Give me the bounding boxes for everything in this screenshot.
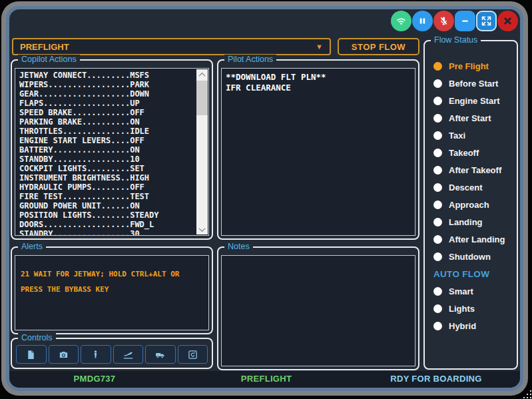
copilot-action-row[interactable]: DOORS..................FWD_L bbox=[19, 220, 195, 229]
copilot-action-row[interactable]: GROUND POWER UNIT......ON bbox=[19, 201, 195, 210]
phase-after-takeoff[interactable]: After Takeoff bbox=[433, 161, 514, 179]
radio-icon bbox=[433, 183, 442, 192]
aircraft-departure-icon bbox=[123, 349, 134, 360]
copilot-action-row[interactable]: THROTTLES..............IDLE bbox=[19, 127, 195, 136]
phase-landing[interactable]: Landing bbox=[433, 213, 514, 230]
copilot-action-row[interactable]: FIRE TEST..............TEST bbox=[19, 192, 195, 201]
camera-icon bbox=[58, 349, 69, 360]
radio-label: Landing bbox=[449, 217, 483, 227]
radio-label: Taxi bbox=[449, 131, 465, 141]
auto-mode-smart[interactable]: Smart bbox=[433, 282, 514, 300]
notes-box[interactable] bbox=[221, 255, 415, 366]
radio-icon bbox=[433, 200, 442, 209]
pilot-actions-box[interactable]: **DOWNLOAD FLT PLN**IFR CLEARANCE bbox=[221, 68, 415, 236]
radio-label: Pre Flight bbox=[449, 61, 489, 71]
copilot-action-row[interactable]: JETWAY CONNECT.........MSFS bbox=[19, 71, 195, 80]
flow-select[interactable]: PREFLIGHT ▼ bbox=[12, 38, 331, 55]
radio-icon bbox=[433, 322, 442, 330]
copilot-action-row[interactable]: GEAR...................DOWN bbox=[19, 89, 195, 99]
document-button[interactable] bbox=[16, 345, 47, 364]
sync-button[interactable] bbox=[178, 345, 208, 364]
status-aircraft: PMDG737 bbox=[28, 374, 161, 384]
copilot-action-row[interactable]: PARKING BRAKE..........ON bbox=[19, 117, 195, 127]
phase-after-start[interactable]: After Start bbox=[433, 109, 514, 127]
radio-label: After Landing bbox=[449, 234, 505, 244]
radio-label: Descent bbox=[449, 183, 483, 193]
window-edge: PREFLIGHT ▼ STOP FLOW Copilot Actions JE… bbox=[6, 6, 523, 391]
radio-label: Smart bbox=[449, 286, 473, 296]
alerts-title: Alerts bbox=[18, 242, 46, 251]
pause-icon bbox=[416, 15, 429, 27]
copilot-action-row[interactable]: POSITION LIGHTS........STEADY bbox=[19, 210, 195, 220]
auto-mode-lights[interactable]: Lights bbox=[433, 300, 514, 317]
mic-muted-button[interactable] bbox=[433, 11, 454, 31]
camera-button[interactable] bbox=[49, 345, 79, 364]
alerts-group: Alerts 21 WAIT FOR JETWAY; HOLD CTRL+ALT… bbox=[11, 246, 213, 334]
radio-label: After Takeoff bbox=[449, 165, 501, 175]
close-icon bbox=[501, 15, 514, 27]
titlebar-buttons bbox=[391, 11, 518, 31]
copilot-action-row[interactable]: STANDBY................30 bbox=[19, 229, 195, 236]
phase-descent[interactable]: Descent bbox=[433, 179, 514, 196]
wand-button[interactable] bbox=[81, 345, 111, 364]
copilot-action-row[interactable]: ENGINE START LEVERS....OFF bbox=[19, 136, 195, 145]
stop-flow-button[interactable]: STOP FLOW bbox=[338, 38, 419, 55]
phase-approach[interactable]: Approach bbox=[433, 196, 514, 213]
copilot-action-row[interactable]: INSTRUMENT BRIGHTNESS..HIGH bbox=[19, 173, 195, 183]
copilot-actions-list: JETWAY CONNECT.........MSFSWIPERS.......… bbox=[15, 69, 208, 235]
desktop-background: PREFLIGHT ▼ STOP FLOW Copilot Actions JE… bbox=[0, 0, 532, 399]
expand-icon bbox=[480, 15, 493, 27]
copilot-action-row[interactable]: HYDRAULIC PUMPS........OFF bbox=[19, 183, 195, 192]
scroll-down-icon[interactable] bbox=[196, 224, 208, 234]
notes-title: Notes bbox=[224, 242, 253, 251]
wifi-icon bbox=[395, 15, 407, 27]
phase-after-landing[interactable]: After Landing bbox=[433, 230, 514, 248]
radio-icon bbox=[433, 79, 442, 88]
radio-icon bbox=[433, 97, 442, 105]
scroll-up-icon[interactable] bbox=[196, 69, 208, 80]
copilot-action-row[interactable]: COCKPIT LIGHTS.........SET bbox=[19, 164, 195, 173]
copilot-action-row[interactable]: STANDBY................10 bbox=[19, 155, 195, 164]
alert-message: 21 WAIT FOR JETWAY; HOLD CTRL+ALT OR PRE… bbox=[15, 256, 208, 330]
minimize-button[interactable] bbox=[455, 11, 475, 31]
chevron-down-icon: ▼ bbox=[316, 43, 323, 51]
copilot-action-row[interactable]: SPEED BRAKE............OFF bbox=[19, 108, 195, 117]
copilot-action-row[interactable]: FLAPS..................UP bbox=[19, 99, 195, 108]
copilot-action-row[interactable]: WIPERS.................PARK bbox=[19, 80, 195, 89]
status-phase: PREFLIGHT bbox=[200, 374, 333, 384]
pushback-truck-button[interactable] bbox=[145, 345, 176, 364]
flow-status-title: Flow Status bbox=[431, 35, 481, 45]
radio-icon bbox=[433, 235, 442, 244]
radio-icon bbox=[433, 131, 442, 140]
connection-button[interactable] bbox=[391, 11, 411, 31]
copilot-actions-group: Copilot Actions JETWAY CONNECT.........M… bbox=[11, 59, 213, 240]
phase-pre-flight[interactable]: Pre Flight bbox=[433, 57, 514, 75]
aircraft-departure-button[interactable] bbox=[113, 345, 144, 364]
pause-button[interactable] bbox=[412, 11, 433, 31]
phase-takeoff[interactable]: Takeoff bbox=[433, 144, 514, 161]
radio-label: Lights bbox=[449, 304, 475, 314]
scrollbar-thumb[interactable] bbox=[196, 81, 208, 115]
radio-icon bbox=[433, 218, 442, 226]
auto-flow-header: AUTO FLOW bbox=[433, 265, 514, 282]
radio-label: Engine Start bbox=[449, 96, 500, 106]
phase-shutdown[interactable]: Shutdown bbox=[433, 248, 514, 265]
status-message: RDY FOR BOARDING bbox=[370, 374, 503, 384]
copilot-scrollbar[interactable] bbox=[196, 69, 208, 234]
radio-icon bbox=[433, 287, 442, 296]
phase-before-start[interactable]: Before Start bbox=[433, 75, 514, 92]
phase-taxi[interactable]: Taxi bbox=[433, 127, 514, 144]
radio-label: Takeoff bbox=[449, 148, 479, 158]
copilot-action-row[interactable]: BATTERY................ON bbox=[19, 145, 195, 155]
pilot-action-row[interactable]: **DOWNLOAD FLT PLN** bbox=[226, 72, 411, 83]
close-button[interactable] bbox=[497, 11, 518, 31]
pushback-truck-icon bbox=[154, 349, 166, 360]
phase-engine-start[interactable]: Engine Start bbox=[433, 92, 514, 109]
maximize-button[interactable] bbox=[476, 11, 497, 31]
radio-icon bbox=[433, 114, 442, 123]
resize-grip[interactable] bbox=[522, 389, 531, 398]
auto-mode-hybrid[interactable]: Hybrid bbox=[433, 317, 514, 334]
app-window: PREFLIGHT ▼ STOP FLOW Copilot Actions JE… bbox=[9, 9, 520, 388]
pilot-action-row[interactable]: IFR CLEARANCE bbox=[226, 83, 411, 93]
copilot-actions-listbox[interactable]: JETWAY CONNECT.........MSFSWIPERS.......… bbox=[15, 68, 209, 236]
